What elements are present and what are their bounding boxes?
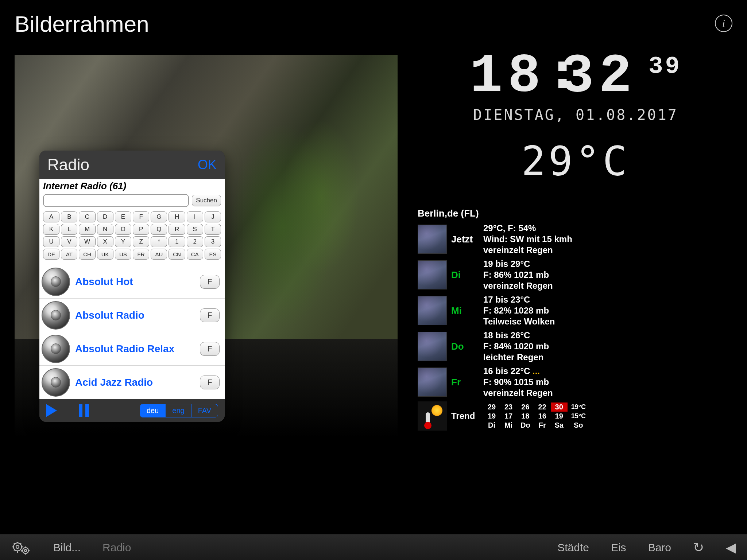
kbd-key-p[interactable]: P bbox=[133, 224, 149, 235]
weather-trend-row: Trend 292326223019°C191718161915°CDiMiDo… bbox=[418, 401, 622, 431]
segment-deu[interactable]: deu bbox=[140, 404, 166, 417]
kbd-key-ca[interactable]: CA bbox=[187, 249, 203, 260]
info-button[interactable]: i bbox=[715, 15, 732, 32]
trend-table: 292326223019°C191718161915°CDiMiDoFrSaSo bbox=[483, 402, 589, 430]
toolbar-radio[interactable]: Radio bbox=[102, 541, 131, 554]
favorite-button[interactable]: F bbox=[200, 275, 220, 289]
radio-group-label: Internet Radio (61) bbox=[39, 179, 225, 192]
radio-station-list[interactable]: Absolut Hot F Absolut Radio F Absolut Ra… bbox=[39, 265, 225, 399]
kbd-key-e[interactable]: E bbox=[115, 211, 131, 222]
weather-icon bbox=[418, 296, 447, 325]
kbd-key-i[interactable]: I bbox=[187, 211, 203, 222]
svg-point-1 bbox=[16, 545, 19, 548]
kbd-key-1[interactable]: 1 bbox=[169, 236, 185, 247]
weather-day-row: Do 18 bis 26°CF: 84% 1020 mbleichter Reg… bbox=[418, 330, 622, 363]
kbd-key-c[interactable]: C bbox=[79, 211, 95, 222]
toolbar-staedte[interactable]: Städte bbox=[557, 541, 589, 554]
reload-icon[interactable]: ↻ bbox=[693, 540, 704, 555]
trend-cell: Mi bbox=[500, 421, 517, 430]
radio-ok-button[interactable]: OK bbox=[198, 157, 217, 172]
station-row[interactable]: Acid Jazz Radio F bbox=[39, 366, 225, 399]
kbd-key-us[interactable]: US bbox=[115, 249, 131, 260]
kbd-key-o[interactable]: O bbox=[115, 224, 131, 235]
kbd-key-w[interactable]: W bbox=[79, 236, 95, 247]
kbd-key-d[interactable]: D bbox=[97, 211, 113, 222]
kbd-key-b[interactable]: B bbox=[61, 211, 77, 222]
trend-cell: 15°C bbox=[568, 412, 589, 421]
trend-cell: 26 bbox=[517, 402, 534, 412]
kbd-key-n[interactable]: N bbox=[97, 224, 113, 235]
weather-day-desc: 19 bis 29°CF: 86% 1021 mbvereinzelt Rege… bbox=[483, 258, 553, 291]
kbd-key-3[interactable]: 3 bbox=[205, 236, 221, 247]
station-row[interactable]: Absolut Radio Relax F bbox=[39, 332, 225, 366]
speaker-icon bbox=[42, 335, 70, 363]
kbd-key-l[interactable]: L bbox=[61, 224, 77, 235]
kbd-key-es[interactable]: ES bbox=[205, 249, 221, 260]
favorite-button[interactable]: F bbox=[200, 308, 220, 322]
radio-language-segment[interactable]: deuengFAV bbox=[140, 404, 218, 417]
kbd-key-y[interactable]: Y bbox=[115, 236, 131, 247]
toolbar-eis[interactable]: Eis bbox=[611, 541, 626, 554]
play-button[interactable] bbox=[46, 404, 57, 417]
trend-cell: 22 bbox=[534, 402, 551, 412]
station-row[interactable]: Absolut Hot F bbox=[39, 265, 225, 299]
station-name: Absolut Radio Relax bbox=[75, 343, 195, 355]
kbd-key-de[interactable]: DE bbox=[43, 249, 59, 260]
kbd-key-q[interactable]: Q bbox=[151, 224, 167, 235]
toolbar-bild[interactable]: Bild... bbox=[53, 541, 81, 554]
station-name: Absolut Radio bbox=[75, 310, 195, 321]
clock-temperature: 29°C bbox=[426, 138, 725, 184]
weather-day-row: Di 19 bis 29°CF: 86% 1021 mbvereinzelt R… bbox=[418, 258, 622, 291]
trend-cell: So bbox=[568, 421, 589, 430]
kbd-key-x[interactable]: X bbox=[97, 236, 113, 247]
favorite-button[interactable]: F bbox=[200, 342, 220, 356]
kbd-key-au[interactable]: AU bbox=[151, 249, 167, 260]
kbd-key-k[interactable]: K bbox=[43, 224, 59, 235]
trend-cell: 17 bbox=[500, 412, 517, 421]
radio-search-input[interactable] bbox=[43, 194, 189, 207]
weather-day-row: Fr 16 bis 22°C ...F: 90% 1015 mbvereinze… bbox=[418, 366, 622, 398]
kbd-key-fr[interactable]: FR bbox=[133, 249, 149, 260]
kbd-key-v[interactable]: V bbox=[61, 236, 77, 247]
kbd-key-j[interactable]: J bbox=[205, 211, 221, 222]
favorite-button[interactable]: F bbox=[200, 376, 220, 389]
kbd-key-s[interactable]: S bbox=[187, 224, 203, 235]
clock-time: 18 : 32 39 bbox=[426, 47, 725, 102]
back-icon[interactable]: ◀ bbox=[726, 540, 736, 555]
kbd-key-2[interactable]: 2 bbox=[187, 236, 203, 247]
weather-icon bbox=[418, 225, 447, 254]
kbd-key-f[interactable]: F bbox=[133, 211, 149, 222]
kbd-key-m[interactable]: M bbox=[79, 224, 95, 235]
kbd-key-*[interactable]: * bbox=[151, 236, 167, 247]
weather-icon bbox=[418, 368, 447, 397]
trend-cell: Sa bbox=[551, 421, 568, 430]
kbd-key-uk[interactable]: UK bbox=[97, 249, 113, 260]
segment-eng[interactable]: eng bbox=[166, 404, 191, 417]
kbd-key-t[interactable]: T bbox=[205, 224, 221, 235]
kbd-key-g[interactable]: G bbox=[151, 211, 167, 222]
radio-title: Radio bbox=[47, 156, 89, 174]
station-name: Absolut Hot bbox=[75, 276, 195, 288]
segment-FAV[interactable]: FAV bbox=[191, 404, 218, 417]
toolbar-baro[interactable]: Baro bbox=[648, 541, 671, 554]
kbd-key-h[interactable]: H bbox=[169, 211, 185, 222]
radio-search-button[interactable]: Suchen bbox=[192, 195, 221, 206]
trend-icon bbox=[418, 401, 447, 431]
radio-filter-keyboard: ABCDEFGHIJKLMNOPQRSTUVWXYZ*123DEATCHUKUS… bbox=[39, 210, 225, 265]
weather-day-row: Mi 17 bis 23°CF: 82% 1028 mbTeilweise Wo… bbox=[418, 294, 622, 327]
station-row[interactable]: Absolut Radio F bbox=[39, 299, 225, 332]
kbd-key-cn[interactable]: CN bbox=[169, 249, 185, 260]
kbd-key-ch[interactable]: CH bbox=[79, 249, 95, 260]
radio-footer: deuengFAV bbox=[39, 399, 225, 422]
settings-gear-icon[interactable] bbox=[11, 540, 31, 555]
weather-day-label: Mi bbox=[451, 305, 479, 316]
kbd-key-a[interactable]: A bbox=[43, 211, 59, 222]
pause-button[interactable] bbox=[79, 404, 89, 417]
kbd-key-z[interactable]: Z bbox=[133, 236, 149, 247]
kbd-key-at[interactable]: AT bbox=[61, 249, 77, 260]
weather-day-label: Jetzt bbox=[451, 234, 479, 245]
kbd-key-u[interactable]: U bbox=[43, 236, 59, 247]
weather-day-label: Do bbox=[451, 341, 479, 352]
kbd-key-r[interactable]: R bbox=[169, 224, 185, 235]
bottom-toolbar: Bild... Radio Städte Eis Baro ↻ ◀ bbox=[0, 534, 747, 560]
